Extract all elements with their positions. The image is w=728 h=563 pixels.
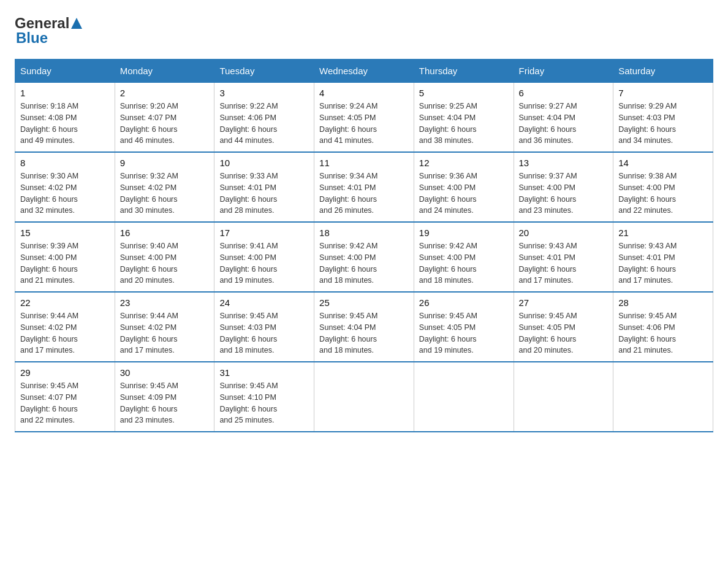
header-wednesday: Wednesday — [314, 59, 414, 83]
day-number: 31 — [219, 367, 309, 378]
day-info: Sunrise: 9:45 AM Sunset: 4:06 PM Dayligh… — [618, 310, 708, 356]
calendar-cell: 7Sunrise: 9:29 AM Sunset: 4:03 PM Daylig… — [613, 83, 713, 153]
calendar-cell: 1Sunrise: 9:18 AM Sunset: 4:08 PM Daylig… — [15, 83, 115, 153]
calendar-cell — [514, 362, 613, 432]
day-number: 19 — [419, 228, 509, 238]
calendar-cell: 10Sunrise: 9:33 AM Sunset: 4:01 PM Dayli… — [214, 152, 314, 222]
header-friday: Friday — [514, 59, 613, 83]
calendar-cell: 30Sunrise: 9:45 AM Sunset: 4:09 PM Dayli… — [115, 362, 214, 432]
calendar-week-4: 22Sunrise: 9:44 AM Sunset: 4:02 PM Dayli… — [15, 292, 713, 362]
day-number: 22 — [20, 297, 110, 308]
logo-arrow-icon — [71, 18, 82, 29]
calendar-cell: 8Sunrise: 9:30 AM Sunset: 4:02 PM Daylig… — [15, 152, 115, 222]
day-number: 7 — [618, 88, 708, 98]
day-number: 28 — [618, 297, 708, 308]
day-info: Sunrise: 9:36 AM Sunset: 4:00 PM Dayligh… — [419, 170, 509, 216]
day-info: Sunrise: 9:45 AM Sunset: 4:10 PM Dayligh… — [219, 380, 309, 426]
day-number: 29 — [20, 367, 110, 378]
day-number: 25 — [319, 297, 409, 308]
calendar-cell: 6Sunrise: 9:27 AM Sunset: 4:04 PM Daylig… — [514, 83, 613, 153]
day-info: Sunrise: 9:39 AM Sunset: 4:00 PM Dayligh… — [20, 240, 110, 286]
day-info: Sunrise: 9:40 AM Sunset: 4:00 PM Dayligh… — [120, 240, 210, 286]
day-info: Sunrise: 9:38 AM Sunset: 4:00 PM Dayligh… — [618, 170, 708, 216]
day-info: Sunrise: 9:45 AM Sunset: 4:05 PM Dayligh… — [419, 310, 509, 356]
calendar-cell: 4Sunrise: 9:24 AM Sunset: 4:05 PM Daylig… — [314, 83, 414, 153]
logo-blue-label: Blue — [16, 29, 48, 46]
day-number: 12 — [419, 158, 509, 168]
calendar-cell: 14Sunrise: 9:38 AM Sunset: 4:00 PM Dayli… — [613, 152, 713, 222]
day-number: 11 — [319, 158, 409, 168]
day-number: 30 — [120, 367, 210, 378]
day-number: 3 — [219, 88, 309, 98]
calendar-cell — [314, 362, 414, 432]
calendar-cell: 9Sunrise: 9:32 AM Sunset: 4:02 PM Daylig… — [115, 152, 214, 222]
calendar-week-2: 8Sunrise: 9:30 AM Sunset: 4:02 PM Daylig… — [15, 152, 713, 222]
day-number: 24 — [219, 297, 309, 308]
calendar-week-3: 15Sunrise: 9:39 AM Sunset: 4:00 PM Dayli… — [15, 222, 713, 292]
calendar-cell: 21Sunrise: 9:43 AM Sunset: 4:01 PM Dayli… — [613, 222, 713, 292]
day-number: 14 — [618, 158, 708, 168]
day-info: Sunrise: 9:22 AM Sunset: 4:06 PM Dayligh… — [219, 101, 309, 147]
calendar-cell: 25Sunrise: 9:45 AM Sunset: 4:04 PM Dayli… — [314, 292, 414, 362]
header-tuesday: Tuesday — [214, 59, 314, 83]
day-info: Sunrise: 9:41 AM Sunset: 4:00 PM Dayligh… — [219, 240, 309, 286]
day-info: Sunrise: 9:34 AM Sunset: 4:01 PM Dayligh… — [319, 170, 409, 216]
day-info: Sunrise: 9:18 AM Sunset: 4:08 PM Dayligh… — [20, 101, 110, 147]
calendar-table: SundayMondayTuesdayWednesdayThursdayFrid… — [15, 59, 713, 432]
calendar-week-1: 1Sunrise: 9:18 AM Sunset: 4:08 PM Daylig… — [15, 83, 713, 153]
calendar-cell: 11Sunrise: 9:34 AM Sunset: 4:01 PM Dayli… — [314, 152, 414, 222]
day-number: 10 — [219, 158, 309, 168]
header-sunday: Sunday — [15, 59, 115, 83]
calendar-cell: 24Sunrise: 9:45 AM Sunset: 4:03 PM Dayli… — [214, 292, 314, 362]
calendar-week-5: 29Sunrise: 9:45 AM Sunset: 4:07 PM Dayli… — [15, 362, 713, 432]
day-info: Sunrise: 9:43 AM Sunset: 4:01 PM Dayligh… — [519, 240, 609, 286]
day-number: 26 — [419, 297, 509, 308]
day-info: Sunrise: 9:45 AM Sunset: 4:09 PM Dayligh… — [120, 380, 210, 426]
day-number: 23 — [120, 297, 210, 308]
day-number: 4 — [319, 88, 409, 98]
page-header: General Blue — [15, 15, 713, 47]
calendar-cell: 12Sunrise: 9:36 AM Sunset: 4:00 PM Dayli… — [414, 152, 514, 222]
logo: General Blue — [15, 15, 82, 47]
calendar-cell: 17Sunrise: 9:41 AM Sunset: 4:00 PM Dayli… — [214, 222, 314, 292]
day-info: Sunrise: 9:42 AM Sunset: 4:00 PM Dayligh… — [419, 240, 509, 286]
day-info: Sunrise: 9:20 AM Sunset: 4:07 PM Dayligh… — [120, 101, 210, 147]
day-number: 16 — [120, 228, 210, 238]
calendar-cell: 2Sunrise: 9:20 AM Sunset: 4:07 PM Daylig… — [115, 83, 214, 153]
day-number: 13 — [519, 158, 609, 168]
day-info: Sunrise: 9:37 AM Sunset: 4:00 PM Dayligh… — [519, 170, 609, 216]
calendar-cell: 26Sunrise: 9:45 AM Sunset: 4:05 PM Dayli… — [414, 292, 514, 362]
calendar-cell: 31Sunrise: 9:45 AM Sunset: 4:10 PM Dayli… — [214, 362, 314, 432]
day-info: Sunrise: 9:33 AM Sunset: 4:01 PM Dayligh… — [219, 170, 309, 216]
day-info: Sunrise: 9:27 AM Sunset: 4:04 PM Dayligh… — [519, 101, 609, 147]
day-number: 18 — [319, 228, 409, 238]
calendar-cell: 22Sunrise: 9:44 AM Sunset: 4:02 PM Dayli… — [15, 292, 115, 362]
day-info: Sunrise: 9:43 AM Sunset: 4:01 PM Dayligh… — [618, 240, 708, 286]
calendar-cell: 28Sunrise: 9:45 AM Sunset: 4:06 PM Dayli… — [613, 292, 713, 362]
calendar-cell: 3Sunrise: 9:22 AM Sunset: 4:06 PM Daylig… — [214, 83, 314, 153]
day-number: 8 — [20, 158, 110, 168]
day-number: 21 — [618, 228, 708, 238]
day-number: 15 — [20, 228, 110, 238]
day-info: Sunrise: 9:45 AM Sunset: 4:05 PM Dayligh… — [519, 310, 609, 356]
day-number: 20 — [519, 228, 609, 238]
day-info: Sunrise: 9:32 AM Sunset: 4:02 PM Dayligh… — [120, 170, 210, 216]
day-number: 2 — [120, 88, 210, 98]
calendar-cell: 16Sunrise: 9:40 AM Sunset: 4:00 PM Dayli… — [115, 222, 214, 292]
calendar-cell: 13Sunrise: 9:37 AM Sunset: 4:00 PM Dayli… — [514, 152, 613, 222]
calendar-cell — [613, 362, 713, 432]
day-number: 9 — [120, 158, 210, 168]
day-info: Sunrise: 9:24 AM Sunset: 4:05 PM Dayligh… — [319, 101, 409, 147]
day-info: Sunrise: 9:30 AM Sunset: 4:02 PM Dayligh… — [20, 170, 110, 216]
day-number: 27 — [519, 297, 609, 308]
calendar-cell: 23Sunrise: 9:44 AM Sunset: 4:02 PM Dayli… — [115, 292, 214, 362]
day-info: Sunrise: 9:45 AM Sunset: 4:07 PM Dayligh… — [20, 380, 110, 426]
calendar-cell: 5Sunrise: 9:25 AM Sunset: 4:04 PM Daylig… — [414, 83, 514, 153]
calendar-cell: 20Sunrise: 9:43 AM Sunset: 4:01 PM Dayli… — [514, 222, 613, 292]
day-info: Sunrise: 9:44 AM Sunset: 4:02 PM Dayligh… — [120, 310, 210, 356]
header-monday: Monday — [115, 59, 214, 83]
header-thursday: Thursday — [414, 59, 514, 83]
day-info: Sunrise: 9:45 AM Sunset: 4:04 PM Dayligh… — [319, 310, 409, 356]
calendar-header-row: SundayMondayTuesdayWednesdayThursdayFrid… — [15, 59, 713, 83]
day-info: Sunrise: 9:44 AM Sunset: 4:02 PM Dayligh… — [20, 310, 110, 356]
